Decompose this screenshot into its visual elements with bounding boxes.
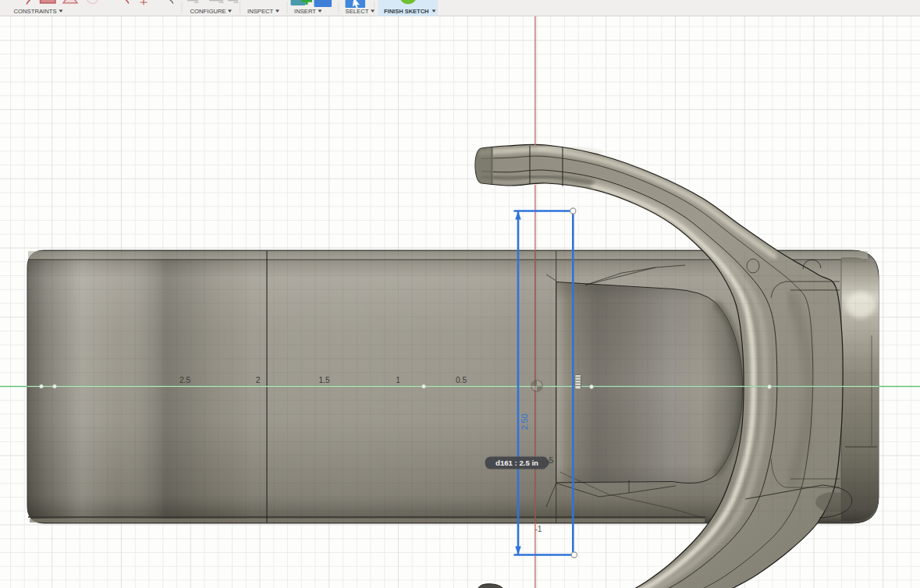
svg-text:-1: -1 <box>535 525 542 533</box>
svg-text:0.5: 0.5 <box>456 376 467 384</box>
svg-text:2.50: 2.50 <box>520 414 529 430</box>
svg-text:2.5: 2.5 <box>179 376 190 384</box>
svg-text:SELECT: SELECT <box>346 8 369 15</box>
svg-text:INSPECT: INSPECT <box>247 8 274 15</box>
svg-text:1: 1 <box>396 376 400 384</box>
svg-text:2: 2 <box>256 376 261 384</box>
svg-text:CONSTRAINTS: CONSTRAINTS <box>14 8 57 15</box>
svg-text:FINISH SKETCH: FINISH SKETCH <box>384 8 429 15</box>
svg-text:d161 : 2.5 in: d161 : 2.5 in <box>496 459 538 467</box>
svg-text:1.5: 1.5 <box>318 376 329 384</box>
svg-text:CONFIGURE: CONFIGURE <box>190 8 226 15</box>
svg-text:INSERT: INSERT <box>294 8 316 15</box>
